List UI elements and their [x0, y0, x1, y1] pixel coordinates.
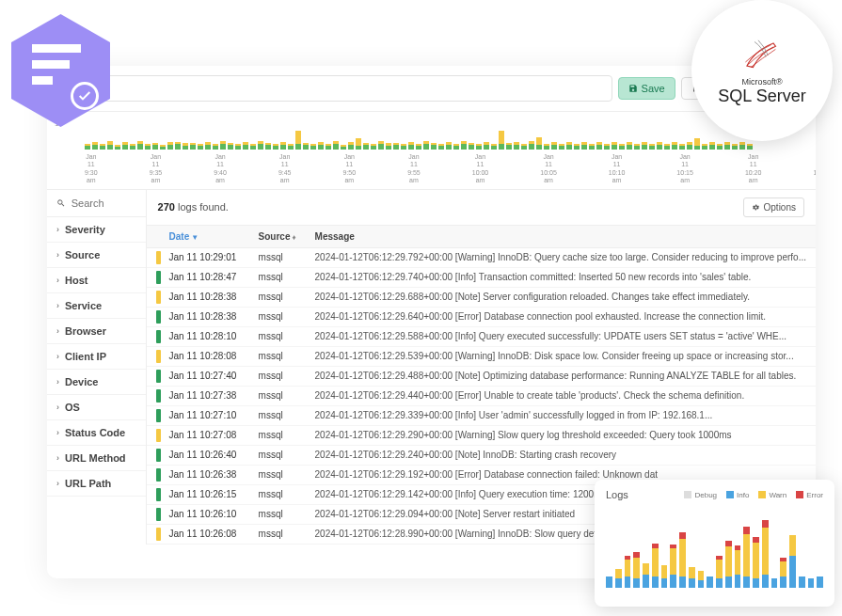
- column-message[interactable]: Message: [315, 231, 806, 242]
- timeline-bar[interactable]: [589, 144, 595, 150]
- timeline-bar[interactable]: [596, 142, 602, 150]
- timeline-bar[interactable]: [205, 142, 211, 150]
- log-row[interactable]: Jan 11 10:27:10 mssql 2024-01-12T06:12:2…: [147, 406, 816, 426]
- timeline-bar[interactable]: [250, 144, 256, 150]
- timeline-bar[interactable]: [295, 131, 301, 150]
- log-row[interactable]: Jan 11 10:28:08 mssql 2024-01-12T06:12:2…: [147, 347, 816, 367]
- mini-bar[interactable]: [615, 569, 622, 588]
- timeline-bar[interactable]: [484, 142, 489, 150]
- timeline-bar[interactable]: [672, 142, 677, 150]
- log-row[interactable]: Jan 11 10:27:08 mssql 2024-01-12T06:12:2…: [147, 426, 816, 446]
- log-row[interactable]: Jan 11 10:26:40 mssql 2024-01-12T06:12:2…: [147, 446, 816, 466]
- timeline-bar[interactable]: [393, 143, 399, 150]
- timeline-bar[interactable]: [183, 143, 188, 150]
- timeline-bar[interactable]: [152, 143, 158, 150]
- mini-bar[interactable]: [698, 571, 705, 588]
- timeline-bar[interactable]: [453, 144, 459, 150]
- timeline-bar[interactable]: [378, 141, 384, 150]
- timeline-bar[interactable]: [694, 138, 700, 150]
- timeline-bar[interactable]: [85, 144, 90, 150]
- search-input[interactable]: [71, 197, 136, 209]
- options-button[interactable]: Options: [743, 197, 804, 217]
- timeline-bar[interactable]: [92, 142, 98, 150]
- timeline-bar[interactable]: [265, 143, 271, 150]
- mini-bar[interactable]: [780, 558, 786, 588]
- timeline-bar[interactable]: [612, 142, 617, 150]
- timeline-bar[interactable]: [348, 142, 354, 150]
- timeline-bar[interactable]: [657, 142, 662, 150]
- log-row[interactable]: Jan 11 10:27:38 mssql 2024-01-12T06:12:2…: [147, 387, 816, 406]
- timeline-bar[interactable]: [431, 143, 437, 150]
- timeline-bar[interactable]: [514, 142, 519, 150]
- timeline-bar[interactable]: [664, 144, 670, 150]
- timeline-bar[interactable]: [506, 143, 512, 150]
- timeline-chart[interactable]: 10 Jan 119:30 amJan 119:35 amJan 119:40 …: [47, 112, 816, 189]
- timeline-bar[interactable]: [717, 144, 723, 150]
- timeline-bar[interactable]: [416, 144, 421, 150]
- sidebar-search[interactable]: [47, 190, 146, 217]
- timeline-bar[interactable]: [213, 144, 218, 150]
- timeline-bar[interactable]: [160, 145, 166, 150]
- timeline-bar[interactable]: [326, 144, 331, 150]
- timeline-bar[interactable]: [476, 144, 482, 150]
- save-button[interactable]: Save: [618, 77, 675, 100]
- timeline-bar[interactable]: [499, 131, 504, 150]
- filter-status-code[interactable]: ›Status Code: [47, 420, 146, 446]
- mini-bar[interactable]: [771, 578, 778, 588]
- mini-bar[interactable]: [625, 556, 631, 588]
- filter-browser[interactable]: ›Browser: [47, 319, 146, 344]
- mini-bar[interactable]: [735, 545, 741, 588]
- timeline-bar[interactable]: [228, 143, 233, 150]
- timeline-bar[interactable]: [536, 137, 542, 150]
- timeline-bar[interactable]: [310, 144, 316, 150]
- filter-severity[interactable]: ›Severity: [47, 217, 146, 243]
- log-row[interactable]: Jan 11 10:28:38 mssql 2024-01-12T06:12:2…: [147, 288, 816, 308]
- filter-host[interactable]: ›Host: [47, 268, 146, 293]
- column-date[interactable]: Date▼: [169, 231, 259, 242]
- timeline-bar[interactable]: [280, 142, 286, 150]
- mini-bar[interactable]: [661, 565, 668, 588]
- mini-bar[interactable]: [689, 567, 695, 588]
- filter-os[interactable]: ›OS: [47, 395, 146, 420]
- timeline-bar[interactable]: [687, 142, 692, 150]
- log-row[interactable]: Jan 11 10:28:10 mssql 2024-01-12T06:12:2…: [147, 327, 816, 347]
- column-source[interactable]: Source♦: [259, 231, 315, 242]
- timeline-bar[interactable]: [491, 144, 497, 150]
- timeline-bar[interactable]: [642, 142, 647, 150]
- timeline-bar[interactable]: [469, 143, 474, 150]
- timeline-bar[interactable]: [198, 144, 203, 150]
- log-row[interactable]: Jan 11 10:28:38 mssql 2024-01-12T06:12:2…: [147, 308, 816, 327]
- timeline-bar[interactable]: [461, 141, 467, 150]
- mini-bar[interactable]: [808, 578, 815, 588]
- filter-source[interactable]: ›Source: [47, 243, 146, 268]
- filter-url-path[interactable]: ›URL Path: [47, 471, 146, 497]
- timeline-bar[interactable]: [235, 144, 241, 150]
- timeline-bar[interactable]: [529, 141, 534, 150]
- mini-bar[interactable]: [679, 532, 686, 588]
- timeline-bar[interactable]: [634, 144, 640, 150]
- timeline-bar[interactable]: [627, 142, 632, 150]
- timeline-bar[interactable]: [273, 144, 278, 150]
- filter-service[interactable]: ›Service: [47, 293, 146, 319]
- timeline-bar[interactable]: [220, 141, 226, 150]
- timeline-bar[interactable]: [423, 141, 429, 150]
- timeline-bar[interactable]: [709, 142, 715, 150]
- timeline-bar[interactable]: [544, 144, 549, 150]
- timeline-bar[interactable]: [386, 143, 391, 150]
- timeline-bar[interactable]: [190, 143, 196, 150]
- filter-client-ip[interactable]: ›Client IP: [47, 344, 146, 370]
- timeline-bar[interactable]: [356, 138, 361, 150]
- timeline-bar[interactable]: [619, 144, 625, 150]
- timeline-bar[interactable]: [438, 144, 444, 150]
- mini-bar[interactable]: [753, 537, 759, 588]
- timeline-bar[interactable]: [521, 144, 527, 150]
- timeline-bar[interactable]: [122, 142, 128, 150]
- mini-bar[interactable]: [725, 541, 732, 588]
- timeline-bar[interactable]: [581, 142, 587, 150]
- timeline-bar[interactable]: [371, 144, 376, 150]
- timeline-bar[interactable]: [604, 144, 610, 150]
- mini-bar[interactable]: [817, 577, 823, 588]
- timeline-bar[interactable]: [130, 144, 135, 150]
- log-row[interactable]: Jan 11 10:28:47 mssql 2024-01-12T06:12:2…: [147, 268, 816, 288]
- timeline-bar[interactable]: [724, 142, 730, 150]
